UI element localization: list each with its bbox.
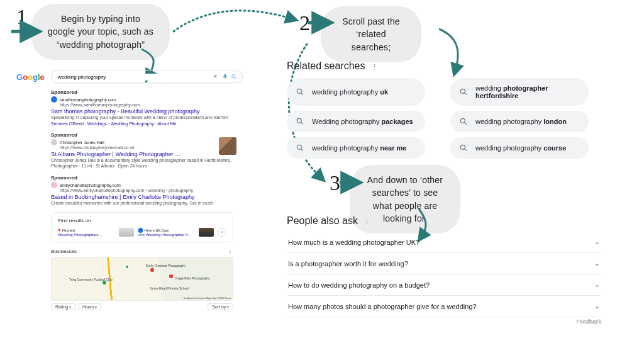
people-also-ask-section: People also ask ⋮ How much is a wedding … (287, 215, 601, 325)
result-url: https://www.samthomasphotography.com (60, 103, 140, 107)
related-search-pill[interactable]: wedding photography near me (287, 137, 425, 159)
svg-point-12 (460, 145, 465, 149)
businesses-heading: Businesses (51, 249, 77, 254)
result-meta: Photographer · 11 mi · St Albans · Open … (51, 163, 233, 169)
kebab-icon[interactable]: ⋮ (371, 63, 379, 70)
search-bar[interactable]: ✕ (51, 70, 243, 83)
result-host: samthomasphotography.com (60, 98, 116, 102)
favicon-icon (51, 139, 57, 145)
svg-line-11 (301, 149, 303, 151)
related-searches-heading: Related searches (287, 60, 365, 71)
find-result-item[interactable]: ⬤ Hirers Uk.Com Hire Wedding Photographe… (138, 227, 195, 237)
people-also-ask-heading: People also ask (287, 215, 358, 226)
search-icon[interactable] (231, 74, 237, 80)
search-result: Sponsored emilycharlottephotography.com … (51, 175, 233, 206)
feedback-link[interactable]: Feedback (287, 318, 601, 325)
clear-icon[interactable]: ✕ (213, 74, 219, 80)
chevron-down-icon: ⌄ (594, 259, 600, 268)
kebab-icon[interactable]: ⋮ (364, 218, 371, 225)
related-search-pill[interactable]: wedding photographer hertfordshire (450, 78, 589, 106)
chevron-down-icon: ⌄ (594, 281, 600, 289)
related-search-pill[interactable]: wedding photography uk (287, 78, 425, 106)
carousel-next-icon[interactable]: › (218, 228, 226, 237)
map-pin-label: Emily Charlotte Photography (146, 264, 186, 268)
result-description: Specializing in capturing your special m… (51, 115, 233, 120)
svg-line-5 (465, 93, 467, 95)
chevron-down-icon: ⌄ (594, 238, 600, 246)
related-search-pill[interactable]: wedding photography course (450, 137, 589, 159)
step-number-1: 1 (16, 5, 27, 29)
map-pin-label: Tring Community Football Club (69, 278, 113, 281)
paa-question[interactable]: How many photos should a photographer gi… (287, 296, 601, 317)
search-result: Sponsored Christopher Jones Hall https:/… (51, 132, 233, 169)
svg-line-9 (465, 123, 467, 125)
sponsored-badge: Sponsored (51, 175, 233, 181)
dotted-path-step1-step2 (174, 11, 292, 31)
sort-by-chip[interactable]: Sort by (208, 303, 233, 310)
favicon-icon (51, 182, 57, 188)
result-title-link[interactable]: Based in Buckinghamshire | Emily Charlot… (51, 194, 233, 200)
map-pin-label: Image Bliss Photography (175, 276, 210, 280)
related-search-pill[interactable]: Wedding photography packages (287, 111, 425, 132)
search-input[interactable] (57, 74, 213, 81)
result-host: Christopher Jones Hall (60, 140, 104, 145)
search-result: Sponsored samthomasphotography.com https… (51, 89, 233, 126)
mic-icon[interactable] (222, 74, 228, 80)
result-sitelinks[interactable]: Services OfferedWeddingsWedding Photogra… (51, 121, 233, 126)
chevron-down-icon: ⌄ (594, 302, 600, 310)
step-callout-2: Scroll past the ‘related searches; (321, 6, 421, 62)
paa-question[interactable]: How much is a wedding photographer UK? ⌄ (287, 232, 601, 253)
related-search-pill[interactable]: wedding photography london (450, 111, 589, 132)
svg-line-13 (465, 149, 467, 151)
filter-hours-chip[interactable]: Hours (78, 303, 101, 310)
svg-point-2 (297, 89, 301, 93)
kebab-icon[interactable]: ⋮ (228, 249, 233, 254)
google-logo[interactable]: Google (16, 72, 45, 82)
result-thumbnail (219, 137, 236, 155)
svg-point-8 (460, 118, 465, 123)
paa-question[interactable]: Is a photographer worth it for wedding? … (287, 253, 601, 274)
find-results-title: Find results on (58, 218, 226, 223)
paa-question-text: How many photos should a photographer gi… (288, 303, 477, 310)
svg-point-0 (232, 75, 235, 78)
find-results-card: Find results on ♥ Hitched Wedding Photog… (51, 212, 233, 242)
paa-question-text: How to do wedding photography on a budge… (288, 281, 430, 289)
related-searches-section: Related searches ⋮ wedding photography u… (287, 60, 589, 159)
filter-rating-chip[interactable]: Rating (51, 303, 75, 310)
svg-line-1 (235, 77, 236, 79)
result-title-link[interactable]: St Albans Photographer | Wedding Photogr… (51, 151, 233, 157)
result-url: https://www.emilycharlottephotography.co… (60, 188, 193, 193)
find-thumbnail (199, 228, 214, 237)
find-thumbnail (119, 228, 134, 237)
sponsored-badge: Sponsored (51, 132, 233, 138)
google-serp-column: Google ✕ Sponsored samthomasphotography.… (16, 70, 243, 310)
result-title-link[interactable]: Sam thomas photography - Beautiful Weddi… (51, 108, 233, 115)
svg-point-10 (297, 145, 301, 149)
svg-line-7 (301, 123, 303, 125)
result-url: https://www.christopherjoneshall.co.uk (60, 145, 135, 150)
svg-point-6 (297, 118, 301, 123)
svg-line-3 (301, 93, 303, 95)
favicon-icon (51, 96, 57, 103)
result-host: emilycharlottephotography.com (60, 183, 121, 188)
find-result-item[interactable]: ♥ Hitched Wedding Photographers … (58, 227, 115, 237)
step-number-2: 2 (299, 11, 310, 35)
step-callout-1: Begin by typing into google your topic, … (31, 4, 170, 60)
sponsored-badge: Sponsored (51, 89, 233, 95)
paa-question-text: How much is a wedding photographer UK? (288, 239, 419, 246)
result-description: Christopher Jones Hall is a documentary … (51, 157, 233, 163)
businesses-map[interactable]: Emily Charlotte Photography Tring Commun… (51, 257, 233, 301)
paa-question[interactable]: How to do wedding photography on a budge… (287, 274, 601, 296)
map-pin-label: Grove Road Primary School (150, 286, 189, 290)
svg-point-4 (460, 89, 465, 93)
map-attribution: Keyboard shortcuts Map data©2024 Terms (184, 296, 231, 300)
step-number-3: 3 (330, 171, 340, 195)
result-description: Create beautiful memories with our profe… (51, 200, 233, 206)
paa-question-text: Is a photographer worth it for wedding? (288, 260, 408, 268)
